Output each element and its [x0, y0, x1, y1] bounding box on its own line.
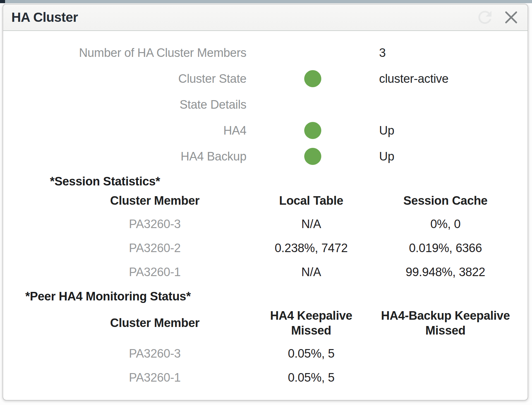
dialog-body: Number of HA Cluster Members 3 Cluster S… — [3, 31, 528, 390]
column-header: Local Table — [259, 193, 363, 209]
table-header-row: Cluster Member HA4 Keepalive Missed HA4-… — [51, 305, 528, 342]
summary-row-ha4: HA4 Up — [3, 118, 528, 143]
summary-label: Number of HA Cluster Members — [3, 46, 246, 60]
column-header: Cluster Member — [51, 193, 259, 209]
summary-row-members: Number of HA Cluster Members 3 — [3, 40, 528, 66]
summary-label: HA4 Backup — [3, 150, 246, 163]
peer-monitoring-heading: *Peer HA4 Monitoring Status* — [25, 288, 528, 305]
cluster-member-name: PA3260-1 — [51, 265, 259, 280]
column-header: Session Cache — [363, 193, 528, 209]
summary-label: HA4 — [3, 124, 246, 137]
session-statistics-table: Cluster Member Local Table Session Cache… — [51, 190, 528, 284]
summary-row-cluster-state: Cluster State cluster-active — [3, 66, 528, 92]
cluster-member-name: PA3260-3 — [51, 217, 259, 232]
table-row: PA3260-3 0.05%, 5 — [51, 342, 528, 366]
table-row: PA3260-1 0.05%, 5 — [51, 366, 528, 390]
local-table-value: 0.238%, 7472 — [259, 241, 363, 256]
column-header: HA4 Keepalive Missed — [259, 308, 363, 338]
close-button[interactable] — [503, 9, 519, 26]
ha-cluster-dialog: HA Cluster Number of HA Cluster Members … — [3, 4, 528, 401]
status-up-dot — [304, 122, 321, 139]
status-up-dot — [304, 70, 321, 87]
table-row: PA3260-1 N/A 99.948%, 3822 — [51, 260, 528, 284]
peer-monitoring-table: Cluster Member HA4 Keepalive Missed HA4-… — [51, 305, 528, 390]
summary-label: State Details — [3, 98, 246, 112]
summary-label: Cluster State — [3, 72, 246, 86]
table-header-row: Cluster Member Local Table Session Cache — [51, 190, 528, 212]
table-row: PA3260-2 0.238%, 7472 0.019%, 6366 — [51, 236, 528, 260]
dialog-titlebar-actions — [475, 8, 519, 27]
summary-value: Up — [379, 150, 528, 163]
summary-row-state-details: State Details — [3, 92, 528, 118]
cluster-member-name: PA3260-3 — [51, 346, 259, 361]
refresh-icon — [475, 8, 495, 27]
refresh-button[interactable] — [475, 8, 495, 27]
session-statistics-heading: *Session Statistics* — [50, 173, 528, 190]
column-header: HA4-Backup Keepalive Missed — [363, 308, 528, 338]
status-up-dot — [304, 148, 321, 165]
column-header: Cluster Member — [51, 316, 259, 331]
table-row: PA3260-3 N/A 0%, 0 — [51, 212, 528, 236]
cluster-member-name: PA3260-1 — [51, 370, 259, 385]
dialog-titlebar: HA Cluster — [3, 4, 528, 31]
session-cache-value: 0%, 0 — [363, 217, 528, 232]
page-background-strip — [0, 0, 532, 3]
cluster-member-name: PA3260-2 — [51, 241, 259, 256]
summary-value: 3 — [379, 46, 528, 60]
session-cache-value: 99.948%, 3822 — [363, 265, 528, 280]
session-cache-value: 0.019%, 6366 — [363, 241, 528, 256]
dialog-title: HA Cluster — [11, 10, 78, 25]
local-table-value: N/A — [259, 265, 363, 280]
summary-value: Up — [379, 124, 528, 137]
page-background-corner — [0, 0, 5, 3]
close-icon — [503, 9, 519, 26]
local-table-value: N/A — [259, 217, 363, 232]
ha4-keepalive-missed-value: 0.05%, 5 — [259, 346, 363, 361]
ha4-keepalive-missed-value: 0.05%, 5 — [259, 370, 363, 385]
summary-row-ha4-backup: HA4 Backup Up — [3, 143, 528, 169]
summary-value: cluster-active — [379, 72, 528, 86]
